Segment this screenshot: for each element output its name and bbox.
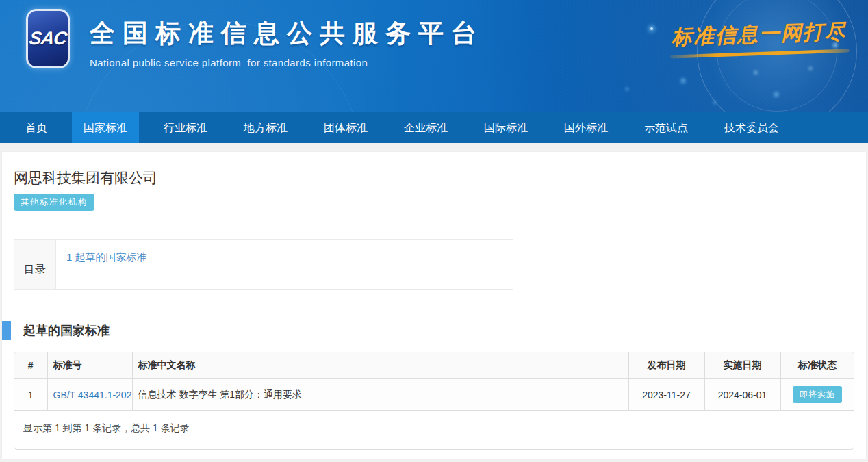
toc-panel: 目录 1 起草的国家标准 <box>14 239 513 290</box>
toc-label: 目录 <box>14 240 56 289</box>
table-row: 1 GB/T 43441.1-2023 信息技术 数字孪生 第1部分：通用要求 … <box>14 379 854 411</box>
site-header: SAC 全国标准信息公共服务平台 National public service… <box>0 0 868 112</box>
org-name: 网思科技集团有限公司 <box>14 168 854 188</box>
standards-table: # 标准号 标准中文名称 发布日期 实施日期 标准状态 1 GB/T 43441… <box>14 352 854 450</box>
status-badge: 即将实施 <box>793 386 842 403</box>
nav-item-enterprise-standards[interactable]: 企业标准 <box>392 112 459 143</box>
col-header-index: # <box>14 352 47 379</box>
section-heading-line <box>119 331 854 331</box>
nav-item-national-standards[interactable]: 国家标准 <box>72 112 139 143</box>
toc-body: 1 起草的国家标准 <box>56 240 513 289</box>
main-nav: 首页 国家标准 行业标准 地方标准 团体标准 企业标准 国际标准 国外标准 示范… <box>0 112 868 143</box>
table-header-row: # 标准号 标准中文名称 发布日期 实施日期 标准状态 <box>14 352 854 379</box>
nav-item-local-standards[interactable]: 地方标准 <box>232 112 299 143</box>
toc-link-drafted-national-standards[interactable]: 1 起草的国家标准 <box>66 251 147 263</box>
site-title: 全国标准信息公共服务平台 <box>90 16 484 51</box>
nav-item-international-standards[interactable]: 国际标准 <box>472 112 539 143</box>
section-title: 起草的国家标准 <box>23 322 110 339</box>
cell-standard-name: 信息技术 数字孪生 第1部分：通用要求 <box>132 379 628 411</box>
sparkle-dots <box>650 27 653 30</box>
org-type-badge: 其他标准化机构 <box>14 194 94 211</box>
nav-list: 首页 国家标准 行业标准 地方标准 团体标准 企业标准 国际标准 国外标准 示范… <box>0 112 868 143</box>
standard-link[interactable]: GB/T 43441.1-2023 <box>53 389 133 400</box>
sac-logo[interactable]: SAC <box>26 9 70 68</box>
nav-item-industry-standards[interactable]: 行业标准 <box>152 112 219 143</box>
site-subtitle: National public service platform for sta… <box>90 57 484 68</box>
col-header-implement-date: 实施日期 <box>704 352 780 379</box>
nav-item-technical-committee[interactable]: 技术委员会 <box>713 112 791 143</box>
nav-item-home[interactable]: 首页 <box>14 112 59 143</box>
cell-implement-date: 2024-06-01 <box>704 379 780 411</box>
header-divider <box>14 218 854 218</box>
record-summary: 显示第 1 到第 1 条记录，总共 1 条记录 <box>14 411 854 449</box>
col-header-standard-name: 标准中文名称 <box>132 352 628 379</box>
slogan-text: 标准信息一网打尽 <box>669 17 849 51</box>
col-header-publish-date: 发布日期 <box>628 352 704 379</box>
nav-item-group-standards[interactable]: 团体标准 <box>312 112 379 143</box>
section-accent-bar <box>2 321 11 340</box>
sac-logo-text: SAC <box>28 28 68 49</box>
cell-standard-no: GB/T 43441.1-2023 <box>47 379 132 411</box>
site-title-block: 全国标准信息公共服务平台 National public service pla… <box>90 16 484 68</box>
nav-item-pilot-demo[interactable]: 示范试点 <box>633 112 700 143</box>
cell-index: 1 <box>14 379 47 411</box>
col-header-standard-no: 标准号 <box>47 352 132 379</box>
cell-publish-date: 2023-11-27 <box>628 379 704 411</box>
header-slogan: 标准信息一网打尽 <box>669 17 850 58</box>
nav-item-foreign-standards[interactable]: 国外标准 <box>552 112 620 143</box>
col-header-status: 标准状态 <box>780 352 854 379</box>
cell-status: 即将实施 <box>780 379 854 411</box>
content-panel: 网思科技集团有限公司 其他标准化机构 目录 1 起草的国家标准 起草的国家标准 … <box>2 152 866 459</box>
section-heading: 起草的国家标准 <box>14 321 854 340</box>
